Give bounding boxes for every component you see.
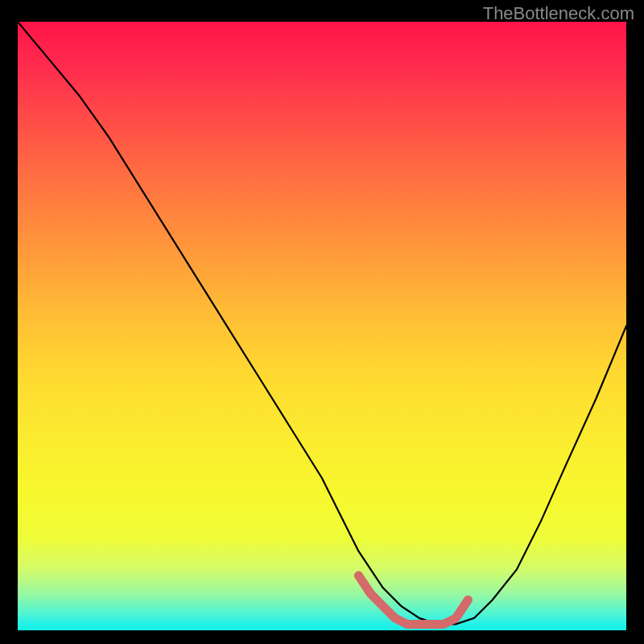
chart-plot-area	[18, 22, 626, 630]
chart-svg	[18, 22, 626, 630]
optimal-zone-marker	[358, 576, 468, 624]
watermark-text: TheBottleneck.com	[483, 3, 634, 24]
bottleneck-curve	[18, 22, 626, 624]
